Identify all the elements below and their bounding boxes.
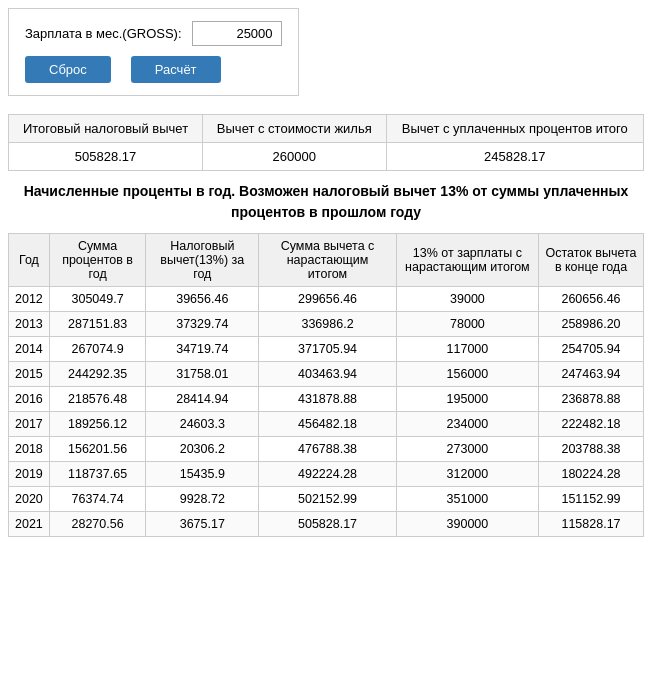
summary-header-row: Итоговый налоговый вычет Вычет с стоимос… xyxy=(9,115,644,143)
cell-r3-c0: 2015 xyxy=(9,362,50,387)
info-text: Начисленные проценты в год. Возможен нал… xyxy=(8,181,644,223)
salary-label: Зарплата в мес.(GROSS): xyxy=(25,26,182,41)
col-header-salary13: 13% от зарплаты с нарастающим итогом xyxy=(396,234,538,287)
cell-r1-c4: 78000 xyxy=(396,312,538,337)
col-header-cumsum: Сумма вычета с нарастающим итогом xyxy=(259,234,397,287)
cell-r3-c5: 247463.94 xyxy=(539,362,644,387)
summary-header-0: Итоговый налоговый вычет xyxy=(9,115,203,143)
reset-button[interactable]: Сброс xyxy=(25,56,111,83)
summary-value-0: 505828.17 xyxy=(9,143,203,171)
cell-r9-c5: 115828.17 xyxy=(539,512,644,537)
cell-r0-c2: 39656.46 xyxy=(146,287,259,312)
summary-table: Итоговый налоговый вычет Вычет с стоимос… xyxy=(8,114,644,171)
cell-r8-c2: 9928.72 xyxy=(146,487,259,512)
cell-r0-c1: 305049.7 xyxy=(49,287,146,312)
cell-r8-c1: 76374.74 xyxy=(49,487,146,512)
table-row: 2014267074.934719.74371705.9411700025470… xyxy=(9,337,644,362)
cell-r0-c5: 260656.46 xyxy=(539,287,644,312)
cell-r2-c3: 371705.94 xyxy=(259,337,397,362)
cell-r1-c5: 258986.20 xyxy=(539,312,644,337)
cell-r6-c4: 273000 xyxy=(396,437,538,462)
cell-r0-c0: 2012 xyxy=(9,287,50,312)
input-section: Зарплата в мес.(GROSS): Сброс Расчёт xyxy=(8,8,299,96)
summary-data-row: 505828.17 260000 245828.17 xyxy=(9,143,644,171)
calc-button[interactable]: Расчёт xyxy=(131,56,221,83)
main-header-row: Год Сумма процентов в год Налоговый выче… xyxy=(9,234,644,287)
cell-r6-c3: 476788.38 xyxy=(259,437,397,462)
cell-r0-c3: 299656.46 xyxy=(259,287,397,312)
cell-r2-c1: 267074.9 xyxy=(49,337,146,362)
button-row: Сброс Расчёт xyxy=(25,56,282,83)
cell-r9-c0: 2021 xyxy=(9,512,50,537)
salary-input[interactable] xyxy=(192,21,282,46)
cell-r9-c1: 28270.56 xyxy=(49,512,146,537)
cell-r6-c2: 20306.2 xyxy=(146,437,259,462)
cell-r9-c3: 505828.17 xyxy=(259,512,397,537)
table-row: 202128270.563675.17505828.17390000115828… xyxy=(9,512,644,537)
cell-r8-c3: 502152.99 xyxy=(259,487,397,512)
cell-r4-c4: 195000 xyxy=(396,387,538,412)
cell-r5-c5: 222482.18 xyxy=(539,412,644,437)
col-header-tax: Налоговый вычет(13%) за год xyxy=(146,234,259,287)
cell-r5-c1: 189256.12 xyxy=(49,412,146,437)
cell-r7-c1: 118737.65 xyxy=(49,462,146,487)
cell-r5-c0: 2017 xyxy=(9,412,50,437)
cell-r7-c2: 15435.9 xyxy=(146,462,259,487)
cell-r5-c3: 456482.18 xyxy=(259,412,397,437)
cell-r2-c5: 254705.94 xyxy=(539,337,644,362)
cell-r6-c1: 156201.56 xyxy=(49,437,146,462)
col-header-year: Год xyxy=(9,234,50,287)
table-row: 2018156201.5620306.2476788.3827300020378… xyxy=(9,437,644,462)
cell-r7-c0: 2019 xyxy=(9,462,50,487)
cell-r4-c1: 218576.48 xyxy=(49,387,146,412)
cell-r5-c2: 24603.3 xyxy=(146,412,259,437)
cell-r9-c2: 3675.17 xyxy=(146,512,259,537)
cell-r1-c0: 2013 xyxy=(9,312,50,337)
cell-r6-c0: 2018 xyxy=(9,437,50,462)
cell-r3-c2: 31758.01 xyxy=(146,362,259,387)
col-header-remain: Остаток вычета в конце года xyxy=(539,234,644,287)
cell-r4-c5: 236878.88 xyxy=(539,387,644,412)
cell-r1-c1: 287151.83 xyxy=(49,312,146,337)
cell-r2-c4: 117000 xyxy=(396,337,538,362)
table-row: 2013287151.8337329.74336986.278000258986… xyxy=(9,312,644,337)
table-row: 2019118737.6515435.9492224.2831200018022… xyxy=(9,462,644,487)
cell-r6-c5: 203788.38 xyxy=(539,437,644,462)
cell-r3-c1: 244292.35 xyxy=(49,362,146,387)
salary-row: Зарплата в мес.(GROSS): xyxy=(25,21,282,46)
cell-r8-c0: 2020 xyxy=(9,487,50,512)
cell-r1-c2: 37329.74 xyxy=(146,312,259,337)
table-row: 2017189256.1224603.3456482.1823400022248… xyxy=(9,412,644,437)
table-row: 202076374.749928.72502152.99351000151152… xyxy=(9,487,644,512)
cell-r5-c4: 234000 xyxy=(396,412,538,437)
table-row: 2016218576.4828414.94431878.881950002368… xyxy=(9,387,644,412)
cell-r7-c4: 312000 xyxy=(396,462,538,487)
cell-r2-c0: 2014 xyxy=(9,337,50,362)
cell-r4-c0: 2016 xyxy=(9,387,50,412)
main-table: Год Сумма процентов в год Налоговый выче… xyxy=(8,233,644,537)
cell-r8-c5: 151152.99 xyxy=(539,487,644,512)
summary-value-1: 260000 xyxy=(203,143,386,171)
table-row: 2015244292.3531758.01403463.941560002474… xyxy=(9,362,644,387)
cell-r3-c4: 156000 xyxy=(396,362,538,387)
cell-r0-c4: 39000 xyxy=(396,287,538,312)
cell-r8-c4: 351000 xyxy=(396,487,538,512)
table-row: 2012305049.739656.46299656.4639000260656… xyxy=(9,287,644,312)
summary-header-1: Вычет с стоимости жилья xyxy=(203,115,386,143)
cell-r7-c3: 492224.28 xyxy=(259,462,397,487)
cell-r4-c2: 28414.94 xyxy=(146,387,259,412)
cell-r2-c2: 34719.74 xyxy=(146,337,259,362)
cell-r9-c4: 390000 xyxy=(396,512,538,537)
summary-value-2: 245828.17 xyxy=(386,143,643,171)
summary-header-2: Вычет с уплаченных процентов итого xyxy=(386,115,643,143)
cell-r3-c3: 403463.94 xyxy=(259,362,397,387)
col-header-sum: Сумма процентов в год xyxy=(49,234,146,287)
cell-r7-c5: 180224.28 xyxy=(539,462,644,487)
cell-r1-c3: 336986.2 xyxy=(259,312,397,337)
cell-r4-c3: 431878.88 xyxy=(259,387,397,412)
